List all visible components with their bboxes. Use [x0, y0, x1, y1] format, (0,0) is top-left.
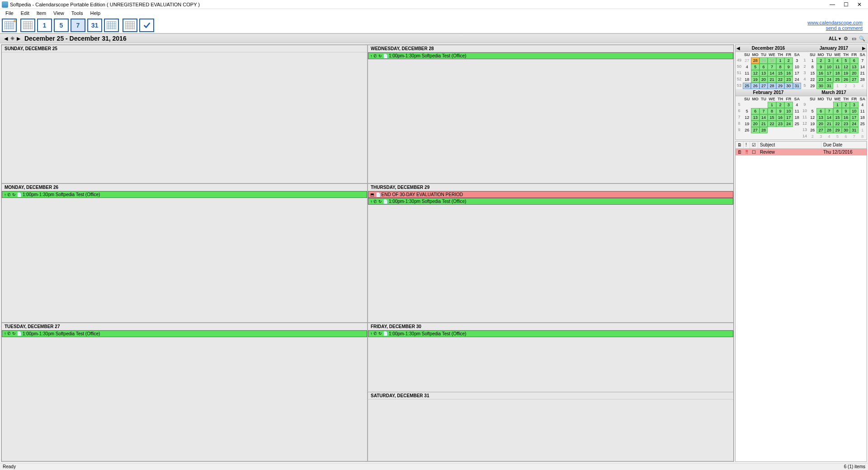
mini-day[interactable]: 3 [793, 57, 801, 64]
menu-tools[interactable]: Tools [68, 9, 87, 17]
mini-day[interactable]: 4 [859, 83, 867, 89]
mini-day[interactable]: 4 [825, 133, 833, 140]
mini-day[interactable]: 30 [768, 57, 776, 64]
new-item-button[interactable] [2, 19, 17, 32]
mini-day[interactable]: 25 [833, 76, 841, 83]
mini-day[interactable]: 29 [808, 83, 816, 89]
mini-day[interactable]: 13 [751, 114, 759, 121]
mini-day[interactable]: 2 [816, 57, 825, 64]
mini-day[interactable]: 17 [825, 70, 833, 76]
mini-day[interactable]: 5 [842, 57, 850, 64]
mini-day[interactable]: 1 [776, 57, 784, 64]
mini-day[interactable] [816, 102, 825, 108]
website-link[interactable]: www.calendarscope.com [807, 20, 863, 25]
mini-day[interactable]: 31 [793, 83, 801, 89]
mini-day[interactable]: 23 [784, 76, 793, 83]
list-view-button[interactable] [123, 19, 137, 32]
mini-day[interactable]: 4 [859, 102, 867, 108]
mini-day[interactable]: 8 [808, 64, 816, 70]
event-item[interactable]: ↑ ✆ ↻ 📄1:00pm-1:30pm Softpedia Test (Off… [368, 52, 733, 59]
menu-file[interactable]: File [2, 9, 17, 17]
menu-item[interactable]: Item [33, 9, 50, 17]
mini-day[interactable]: 10 [825, 64, 833, 70]
mini-day[interactable]: 15 [776, 70, 784, 76]
mini-day[interactable]: 15 [808, 70, 816, 76]
mini-day[interactable]: 21 [760, 121, 768, 127]
mini-day[interactable]: 11 [859, 108, 867, 114]
mini-day[interactable]: 3 [816, 133, 825, 140]
mini-day[interactable]: 7 [768, 64, 776, 70]
mini-day[interactable]: 12 [842, 64, 850, 70]
day-sunday[interactable]: SUNDAY, DECEMBER 25 [1, 45, 368, 183]
mini-day[interactable]: 18 [743, 76, 751, 83]
mini-day[interactable]: 22 [833, 121, 841, 127]
mini-day[interactable]: 16 [816, 70, 825, 76]
mini-day[interactable]: 14 [760, 114, 768, 121]
mini-day[interactable]: 4 [793, 102, 801, 108]
mini-day[interactable]: 21 [825, 121, 833, 127]
week-view-button[interactable]: 7 [71, 19, 85, 32]
mini-day[interactable]: 19 [808, 121, 816, 127]
mini-day[interactable]: 27 [760, 83, 768, 89]
mini-day[interactable]: 30 [816, 83, 825, 89]
day-saturday[interactable]: SATURDAY, DECEMBER 31 [368, 392, 733, 461]
mini-day[interactable]: 11 [793, 108, 801, 114]
mini-day[interactable] [784, 127, 793, 133]
task-col-done-icon[interactable]: ☑ [750, 141, 758, 148]
mini-day[interactable]: 9 [776, 108, 784, 114]
mini-day[interactable]: 10 [793, 64, 801, 70]
mini-day[interactable]: 20 [760, 76, 768, 83]
mini-day[interactable]: 21 [768, 76, 776, 83]
mini-day[interactable]: 17 [793, 70, 801, 76]
mini-day[interactable] [808, 102, 816, 108]
mini-day[interactable]: 16 [776, 114, 784, 121]
mini-day[interactable]: 9 [816, 64, 825, 70]
mini-day[interactable]: 27 [816, 127, 825, 133]
task-col-type-icon[interactable]: 🗎 [736, 141, 744, 148]
event-item[interactable]: ↑ ✆ ↻ 📄1:00pm-1:30pm Softpedia Test (Off… [2, 330, 367, 337]
event-item[interactable]: ↑ ✆ ↻ 📄1:00pm-1:30pm Softpedia Test (Off… [368, 330, 733, 337]
mini-day[interactable]: 2 [784, 57, 793, 64]
mini-day[interactable]: 30 [784, 83, 793, 89]
mini-day[interactable]: 2 [776, 102, 784, 108]
mini-day[interactable]: 13 [816, 114, 825, 121]
multiweek-button[interactable] [20, 19, 35, 32]
mini-day[interactable]: 14 [859, 64, 867, 70]
mini-day[interactable]: 14 [768, 70, 776, 76]
mini-day[interactable]: 14 [825, 114, 833, 121]
tasks-view-button[interactable] [139, 19, 154, 32]
task-row[interactable]: 🗓 !! ☐ Review Thu 12/1/2016 [736, 149, 867, 155]
mini-day[interactable] [793, 127, 801, 133]
mini-day[interactable]: 3 [850, 102, 858, 108]
mini-day[interactable] [825, 102, 833, 108]
mini-day[interactable]: 28 [768, 83, 776, 89]
mini-day[interactable]: 1 [833, 102, 841, 108]
mini-day[interactable]: 22 [768, 121, 776, 127]
mini-day[interactable]: 24 [793, 76, 801, 83]
day-tuesday[interactable]: TUESDAY, DECEMBER 27 ↑ ✆ ↻ 📄1:00pm-1:30p… [1, 323, 368, 461]
today-button[interactable]: ⁜ [9, 36, 15, 42]
mini-day[interactable]: 10 [850, 108, 858, 114]
maximize-button[interactable]: ☐ [839, 0, 853, 9]
mini-day[interactable]: 28 [859, 76, 867, 83]
mini-day[interactable]: 8 [859, 133, 867, 140]
mini-day[interactable]: 9 [784, 64, 793, 70]
menu-view[interactable]: View [50, 9, 68, 17]
mini-day[interactable]: 30 [842, 127, 850, 133]
year-view-button[interactable] [104, 19, 119, 32]
day-thursday[interactable]: THURSDAY, DECEMBER 29 ⬒ 📄END OF 30-DAY E… [368, 183, 734, 322]
mini-day[interactable]: 24 [850, 121, 858, 127]
mini-day[interactable]: 26 [743, 127, 751, 133]
mini-day[interactable]: 29 [776, 83, 784, 89]
search-icon[interactable]: 🔍 [859, 35, 865, 42]
mini-day[interactable]: 12 [743, 114, 751, 121]
month-view-button[interactable]: 31 [87, 19, 102, 32]
prev-week-button[interactable]: ◀ [3, 36, 9, 42]
mini-day[interactable]: 28 [825, 127, 833, 133]
day-view-button[interactable]: 1 [37, 19, 52, 32]
mini-day[interactable]: 29 [760, 57, 768, 64]
mini-day[interactable]: 16 [842, 114, 850, 121]
mini-day[interactable]: 15 [833, 114, 841, 121]
mini-day[interactable]: 26 [842, 76, 850, 83]
mini-day[interactable]: 7 [760, 108, 768, 114]
